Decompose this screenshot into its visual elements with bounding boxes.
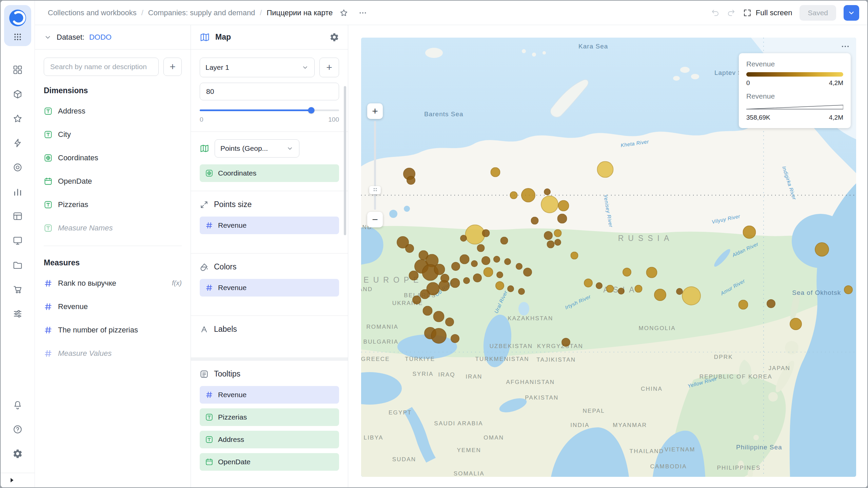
map-point[interactable] [450, 278, 460, 288]
dataset-field-row[interactable]: Measure Values [44, 342, 182, 365]
nav-connections-icon[interactable] [7, 254, 28, 276]
redo-icon[interactable] [727, 8, 735, 17]
map-point[interactable] [460, 255, 470, 264]
map-point[interactable] [493, 256, 500, 263]
map-point[interactable] [445, 318, 454, 326]
map-point[interactable] [646, 267, 657, 278]
zoom-out-button[interactable]: − [367, 212, 383, 227]
map-point[interactable] [431, 328, 447, 344]
map-point[interactable] [495, 281, 504, 290]
map-point[interactable] [471, 260, 478, 267]
saved-button[interactable]: Saved [800, 5, 836, 21]
fullscreen-button[interactable]: Full screen [743, 8, 792, 17]
field-chip[interactable]: Revenue [200, 217, 339, 234]
settings-gear-icon[interactable] [7, 443, 28, 465]
save-dropdown-button[interactable] [844, 5, 859, 21]
map-point[interactable] [596, 282, 603, 289]
dataset-field-row[interactable]: The number of pizzerias [44, 318, 182, 342]
map-canvas[interactable]: Kara SeaBarents SeaLaptev SeaSea of Okho… [361, 38, 856, 477]
map-point[interactable] [451, 262, 460, 271]
map-point[interactable] [654, 289, 666, 301]
map-point[interactable] [815, 242, 829, 257]
map-point[interactable] [541, 196, 558, 213]
map-point[interactable] [407, 176, 415, 185]
map-point[interactable] [473, 273, 482, 282]
dataset-field-row[interactable]: Revenue [44, 295, 182, 318]
nav-collections-icon[interactable] [7, 59, 28, 81]
map-point[interactable] [618, 288, 625, 294]
add-field-button[interactable]: + [163, 58, 182, 76]
map-point[interactable] [460, 235, 467, 242]
map-point[interactable] [561, 338, 570, 347]
map-point[interactable] [484, 267, 493, 277]
map-point[interactable] [439, 280, 450, 291]
dataset-field-row[interactable]: Rank по выручке f(x) [44, 271, 182, 295]
map-more-menu-icon[interactable] [841, 42, 850, 51]
nav-quick-actions-icon[interactable] [7, 132, 28, 154]
map-point[interactable] [554, 239, 561, 246]
field-search-input[interactable] [50, 62, 153, 71]
nav-datasets-icon[interactable] [7, 205, 28, 227]
map-point[interactable] [433, 311, 445, 322]
map-point[interactable] [482, 229, 490, 237]
field-chip[interactable]: Coordinates [200, 164, 339, 182]
datalens-logo[interactable] [8, 9, 27, 27]
field-chip[interactable]: OpenDate [200, 453, 339, 471]
dataset-name-link[interactable]: DODO [89, 33, 112, 42]
map-point[interactable] [557, 214, 567, 223]
map-point[interactable] [767, 299, 775, 308]
map-point[interactable] [412, 296, 421, 304]
dataset-panel-header[interactable]: Dataset: DODO [35, 25, 191, 49]
map-point[interactable] [743, 226, 756, 239]
map-point[interactable] [504, 258, 511, 265]
breadcrumb-workbook[interactable]: Companies: supply and demand [148, 8, 255, 17]
map-point[interactable] [409, 271, 418, 281]
map-point[interactable] [496, 271, 503, 278]
map-point[interactable] [434, 264, 445, 275]
help-icon[interactable] [7, 419, 28, 440]
field-chip[interactable]: Revenue [200, 279, 339, 297]
opacity-input[interactable] [205, 87, 333, 96]
map-point[interactable] [676, 288, 683, 295]
config-scrollbar-thumb[interactable] [344, 86, 346, 235]
map-point[interactable] [510, 191, 517, 199]
map-point[interactable] [463, 277, 470, 284]
field-chip[interactable]: Pizzerias [200, 408, 339, 426]
undo-icon[interactable] [711, 8, 720, 17]
dataset-field-row[interactable]: Measure Names [44, 216, 182, 240]
nav-charts-icon[interactable] [7, 181, 28, 203]
zoom-in-button[interactable]: + [367, 103, 383, 119]
map-point[interactable] [554, 229, 561, 237]
chevron-down-icon[interactable] [44, 33, 52, 41]
nav-settings-sliders-icon[interactable] [7, 303, 28, 325]
map-point[interactable] [597, 161, 613, 178]
map-point[interactable] [405, 244, 414, 253]
more-actions-icon[interactable] [358, 8, 367, 17]
map-point[interactable] [516, 263, 522, 270]
dataset-field-row[interactable]: Pizzerias [44, 193, 182, 216]
map-point[interactable] [606, 285, 614, 293]
dataset-field-row[interactable]: OpenDate [44, 169, 182, 193]
map-point[interactable] [682, 286, 701, 305]
expand-panel-icon[interactable] [8, 476, 16, 484]
map-point[interactable] [481, 256, 490, 265]
dataset-field-row[interactable]: Coordinates [44, 146, 182, 169]
map-point[interactable] [558, 200, 569, 211]
map-point[interactable] [518, 288, 525, 295]
apps-grid-icon[interactable] [13, 33, 22, 41]
map-point[interactable] [523, 268, 532, 277]
map-point[interactable] [531, 217, 539, 225]
map-point[interactable] [544, 188, 551, 195]
breadcrumb-current-chart[interactable]: Пиццерии на карте [267, 8, 333, 17]
map-chart-type-icon[interactable] [200, 32, 210, 42]
geotype-select[interactable]: Points (Geop... [215, 139, 299, 158]
nav-favorites-icon[interactable] [7, 108, 28, 129]
map-point[interactable] [790, 318, 802, 330]
map-point[interactable] [844, 285, 853, 294]
field-chip[interactable]: Address [200, 431, 339, 448]
favorite-star-icon[interactable] [339, 8, 348, 17]
map-point[interactable] [738, 300, 748, 309]
map-point[interactable] [544, 231, 553, 240]
nav-services-icon[interactable] [7, 157, 28, 178]
add-layer-button[interactable]: + [319, 58, 339, 77]
